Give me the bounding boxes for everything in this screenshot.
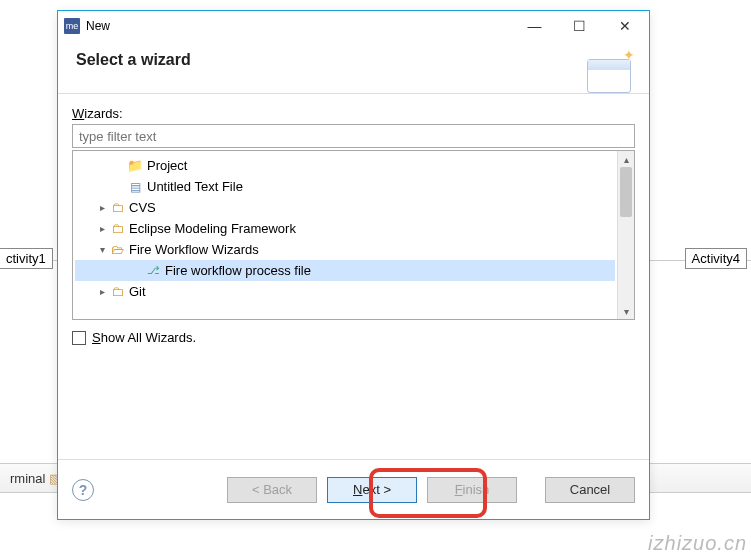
tree-item-project[interactable]: 📁 Project — [75, 155, 615, 176]
banner-title: Select a wizard — [76, 51, 191, 69]
collapse-icon[interactable]: ▾ — [95, 244, 109, 255]
new-wizard-dialog: me New — ☐ ✕ Select a wizard ✦ Wizards: … — [57, 10, 650, 520]
maximize-button[interactable]: ☐ — [557, 12, 602, 40]
folder-icon: 🗀 — [109, 284, 125, 300]
tree-item-emf[interactable]: ▸ 🗀 Eclipse Modeling Framework — [75, 218, 615, 239]
tree-item-fire-wizards[interactable]: ▾ 🗁 Fire Workflow Wizards — [75, 239, 615, 260]
dialog-title: New — [86, 19, 512, 33]
watermark: izhizuo.cn — [648, 532, 747, 555]
folder-open-icon: 🗁 — [109, 242, 125, 258]
close-button[interactable]: ✕ — [602, 12, 647, 40]
filter-input[interactable] — [72, 124, 635, 148]
minimize-button[interactable]: — — [512, 12, 557, 40]
textfile-icon: ▤ — [127, 179, 143, 195]
titlebar: me New — ☐ ✕ — [58, 11, 649, 41]
expand-icon[interactable]: ▸ — [95, 202, 109, 213]
tree-item-fire-process[interactable]: ⎇ Fire workflow process file — [75, 260, 615, 281]
wizard-banner: Select a wizard ✦ — [58, 41, 649, 93]
bg-activity-1: ctivity1 — [0, 248, 53, 269]
scroll-up-icon[interactable]: ▴ — [618, 151, 634, 167]
tree-item-cvs[interactable]: ▸ 🗀 CVS — [75, 197, 615, 218]
folder-icon: 🗀 — [109, 200, 125, 216]
wizard-tree[interactable]: 📁 Project ▤ Untitled Text File ▸ 🗀 CVS ▸… — [72, 150, 635, 320]
cancel-button[interactable]: Cancel — [545, 477, 635, 503]
expand-icon[interactable]: ▸ — [95, 223, 109, 234]
checkbox-icon[interactable] — [72, 331, 86, 345]
process-file-icon: ⎇ — [145, 263, 161, 279]
show-all-wizards-checkbox[interactable]: Show All Wizards. — [72, 330, 635, 345]
finish-button: Finish — [427, 477, 517, 503]
app-icon: me — [64, 18, 80, 34]
wizard-banner-icon: ✦ — [575, 47, 635, 95]
folder-icon: 🗀 — [109, 221, 125, 237]
help-button[interactable]: ? — [72, 479, 94, 501]
folder-icon: 📁 — [127, 158, 143, 174]
scroll-thumb[interactable] — [620, 167, 632, 217]
tree-scrollbar[interactable]: ▴ ▾ — [617, 151, 634, 319]
next-button[interactable]: Next > — [327, 477, 417, 503]
wizards-label: Wizards: — [72, 106, 635, 121]
tree-item-untitled[interactable]: ▤ Untitled Text File — [75, 176, 615, 197]
back-button: < Back — [227, 477, 317, 503]
bg-activity-4: Activity4 — [685, 248, 747, 269]
tree-item-git[interactable]: ▸ 🗀 Git — [75, 281, 615, 302]
wizard-footer: ? < Back Next > Finish Cancel — [58, 459, 649, 519]
scroll-down-icon[interactable]: ▾ — [618, 303, 634, 319]
expand-icon[interactable]: ▸ — [95, 286, 109, 297]
